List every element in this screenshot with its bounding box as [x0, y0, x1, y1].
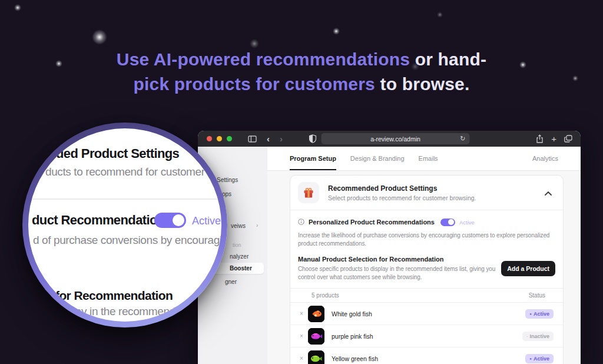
magnified-status: Active	[192, 215, 221, 227]
product-name: Yellow green fish	[332, 355, 378, 362]
table-header: 5 products Status	[290, 288, 563, 303]
window-controls[interactable]	[207, 136, 232, 141]
privacy-shield-icon[interactable]	[309, 134, 317, 143]
magnified-toggle-label: duct Recommendations	[32, 213, 171, 228]
status-dot-icon: ●	[529, 357, 532, 360]
tab-analytics[interactable]: Analytics	[532, 155, 558, 162]
manual-description: Choose specific products to display in t…	[298, 265, 501, 282]
browser-window: ‹ › a-review.co/admin ↻ +	[198, 131, 581, 364]
product-thumbnail	[308, 306, 324, 322]
product-thumbnail	[308, 328, 324, 345]
sidebar-item-settings[interactable]: Settings	[217, 177, 238, 183]
sidebar-item-fragment[interactable]: ops	[222, 191, 231, 197]
status-badge: ● Active	[525, 354, 554, 363]
personalized-label: Personalized Product Recommendations	[309, 219, 435, 226]
table-row: × White gold fish ● Active	[290, 303, 563, 325]
magnified-description: d of purchase conversions by encouraging	[33, 234, 221, 247]
gift-icon	[298, 182, 319, 203]
sidebar-toggle-icon[interactable]	[248, 135, 257, 143]
info-icon	[298, 217, 304, 227]
personalized-section: Personalized Product Recommendations Act…	[290, 210, 563, 247]
card-header: Recommended Product Settings Select prod…	[290, 176, 563, 210]
product-name: White gold fish	[332, 310, 372, 317]
status-dot-icon: ●	[529, 312, 532, 316]
magnified-manual-title: for Recommendation	[55, 289, 173, 303]
remove-product-icon[interactable]: ×	[300, 310, 308, 317]
sidebar-item-analyzer[interactable]: nalyzer	[230, 253, 249, 260]
status-badge: · Inactive	[522, 332, 554, 341]
minimize-window-button[interactable]	[217, 136, 222, 141]
magnified-manual-desc: isplay in the recommend	[59, 305, 175, 318]
star-dot	[333, 28, 340, 35]
chevron-right-icon: ›	[256, 222, 258, 229]
recommended-settings-card: Recommended Product Settings Select prod…	[290, 175, 564, 364]
tab-program-setup[interactable]: Program Setup	[290, 147, 336, 170]
magnifier-content: ded Product Settings ducts to recommend …	[28, 128, 221, 322]
remove-product-icon[interactable]: ×	[300, 333, 308, 339]
close-window-button[interactable]	[207, 136, 212, 141]
magnified-toggle[interactable]	[154, 213, 186, 228]
headline-line-2: pick products for customers to browse.	[0, 72, 603, 97]
tab-overview-icon[interactable]	[564, 135, 572, 143]
headline-line-1: Use AI-powered recommendations or hand-	[0, 47, 603, 72]
sidebar-section-fragment: tion	[233, 242, 241, 248]
sidebar-item-designer[interactable]: gner	[225, 279, 237, 285]
magnifier-circle: ded Product Settings ducts to recommend …	[22, 123, 227, 327]
tab-bar: Program Setup Design & Branding Emails A…	[267, 147, 581, 171]
address-bar[interactable]: a-review.co/admin ↻	[322, 133, 470, 144]
back-button[interactable]: ‹	[267, 134, 270, 143]
personalized-status: Active	[459, 219, 475, 226]
reload-icon[interactable]: ↻	[460, 135, 465, 142]
product-thumbnail	[308, 350, 324, 364]
sidebar-item-reviews[interactable]: veiws	[231, 223, 246, 229]
admin-content: Program Setup Design & Branding Emails A…	[267, 147, 581, 364]
card-header-text: Recommended Product Settings Select prod…	[328, 184, 476, 201]
magnified-subtitle: ducts to recommend for customer bro	[45, 166, 221, 178]
status-dot-icon: ·	[526, 335, 528, 338]
browser-toolbar: ‹ › a-review.co/admin ↻ +	[198, 131, 581, 147]
manual-selection-section: Manual Product Selection for Recommendat…	[290, 247, 563, 282]
card-subtitle: Select products to recommend for custome…	[328, 194, 476, 201]
star-dot	[92, 29, 107, 45]
url-text: a-review.co/admin	[370, 135, 420, 143]
personalized-toggle[interactable]	[440, 219, 455, 226]
collapse-chevron-icon[interactable]	[545, 187, 552, 198]
zoom-window-button[interactable]	[227, 136, 232, 141]
status-badge: ● Active	[525, 309, 554, 319]
tab-emails[interactable]: Emails	[419, 147, 438, 170]
share-icon[interactable]	[536, 134, 544, 143]
status-column-header: Status	[529, 292, 545, 299]
add-product-button[interactable]: Add a Product	[501, 261, 555, 276]
personalized-description: Increase the likelihood of purchase conv…	[298, 231, 555, 247]
tab-design-branding[interactable]: Design & Branding	[350, 147, 405, 170]
products-count: 5 products	[312, 292, 339, 299]
products-table: 5 products Status × White gold fish ●	[290, 288, 563, 364]
table-row: × Yellow green fish ● Active	[290, 348, 563, 364]
remove-product-icon[interactable]: ×	[300, 355, 308, 362]
table-row: × purple pink fish · Inactive	[290, 325, 563, 348]
star-dot	[14, 4, 21, 11]
headline: Use AI-powered recommendations or hand- …	[0, 47, 603, 97]
divider	[28, 198, 221, 200]
forward-button[interactable]: ›	[280, 134, 283, 143]
new-tab-button[interactable]: +	[551, 134, 556, 143]
card-title: Recommended Product Settings	[328, 184, 476, 193]
manual-title: Manual Product Selection for Recommendat…	[298, 256, 501, 263]
product-name: purple pink fish	[332, 333, 373, 340]
magnified-title: ded Product Settings	[56, 146, 179, 161]
program-setup-page: Recommended Product Settings Select prod…	[267, 171, 581, 364]
star-dot	[437, 12, 443, 18]
